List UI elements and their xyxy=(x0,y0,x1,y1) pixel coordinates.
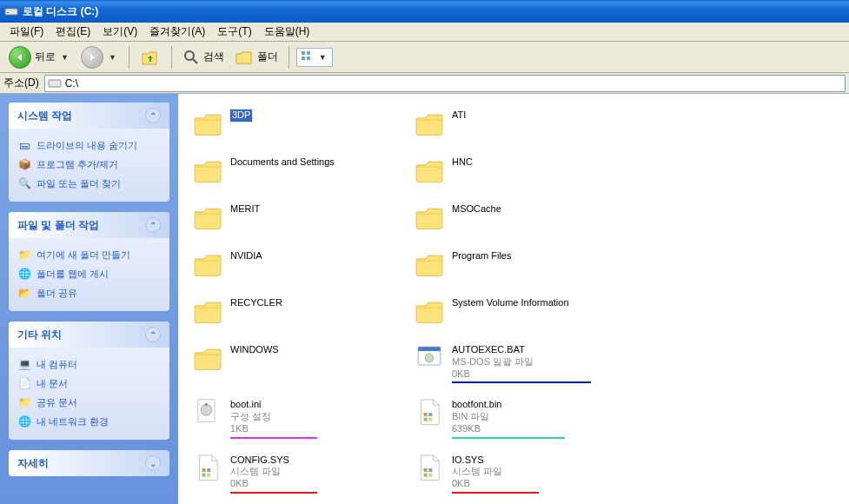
folder-icon xyxy=(190,341,225,375)
place-network[interactable]: 🌐내 네트워크 환경 xyxy=(17,412,161,431)
task-share[interactable]: 📂폴더 공유 xyxy=(17,283,161,302)
item-name: RECYCLER xyxy=(230,297,401,309)
folder-item[interactable]: ATI xyxy=(407,103,628,144)
item-type: 시스템 파일 xyxy=(230,466,401,478)
menu-tools[interactable]: 도구(T) xyxy=(211,23,257,41)
place-my-computer[interactable]: 💻내 컴퓨터 xyxy=(17,355,161,374)
task-new-folder[interactable]: 📁여기에 새 폴더 만들기 xyxy=(17,245,161,264)
task-label: 여기에 새 폴더 만들기 xyxy=(36,249,130,262)
search-button[interactable]: 검색 xyxy=(179,47,228,68)
svg-rect-26 xyxy=(428,473,432,476)
svg-rect-4 xyxy=(302,51,305,55)
folder-item[interactable]: NVIDIA xyxy=(185,243,407,285)
drive-icon xyxy=(4,4,18,18)
item-name: System Volume Information xyxy=(452,297,623,309)
item-size: 0KB xyxy=(452,368,623,381)
menu-fav[interactable]: 즐겨찾기(A) xyxy=(143,23,211,41)
menu-view[interactable]: 보기(V) xyxy=(96,23,143,41)
folder-icon xyxy=(412,294,447,328)
forward-icon xyxy=(81,46,103,69)
address-input[interactable]: C:\ xyxy=(44,75,846,92)
menu-edit[interactable]: 편집(E) xyxy=(50,23,96,41)
share-icon: 📂 xyxy=(17,286,31,300)
svg-line-3 xyxy=(193,59,197,63)
folder-item[interactable]: 3DP xyxy=(185,103,407,144)
item-name: MSOCache xyxy=(452,203,623,216)
up-button[interactable] xyxy=(136,45,164,70)
item-name: ATI xyxy=(452,109,623,122)
place-label: 공유 문서 xyxy=(36,396,77,409)
item-name: Documents and Settings xyxy=(230,156,401,169)
svg-rect-21 xyxy=(202,473,206,476)
menu-file[interactable]: 파일(F) xyxy=(3,23,50,41)
computer-icon: 💻 xyxy=(17,357,31,371)
panel-header[interactable]: 기타 위치 ⌃ xyxy=(9,322,169,348)
svg-rect-6 xyxy=(302,56,305,60)
file-item[interactable]: CONFIG.SYS시스템 파일0KB xyxy=(185,448,407,497)
folder-item[interactable]: WINDOWS xyxy=(185,337,407,387)
separator xyxy=(129,46,129,69)
svg-rect-10 xyxy=(418,347,441,351)
folder-icon xyxy=(412,106,447,141)
view-button[interactable]: ▼ xyxy=(296,48,333,67)
svg-rect-1 xyxy=(7,12,9,13)
file-list[interactable]: 3DPATIDocuments and SettingsHNCMERITMSOC… xyxy=(178,94,849,504)
item-name: 3DP xyxy=(230,109,401,122)
menu-help[interactable]: 도움말(H) xyxy=(258,23,316,41)
drive-icon: 🖴 xyxy=(17,138,31,152)
item-type: MS-DOS 일괄 파일 xyxy=(452,356,623,368)
chevron-down-icon: ▼ xyxy=(107,53,118,62)
folder-item[interactable]: RECYCLER xyxy=(185,290,407,332)
item-name: boot.ini xyxy=(230,399,401,411)
address-label: 주소(D) xyxy=(3,76,39,90)
place-my-documents[interactable]: 📄내 문서 xyxy=(17,374,161,393)
file-item[interactable]: bootfont.binBIN 파일639KB xyxy=(407,392,628,441)
forward-button[interactable]: ▼ xyxy=(77,44,122,70)
folder-icon xyxy=(190,200,225,235)
task-hide-drive[interactable]: 🖴드라이브의 내용 숨기기 xyxy=(17,136,161,155)
globe-icon: 🌐 xyxy=(17,267,31,281)
svg-rect-17 xyxy=(424,418,428,421)
folder-item[interactable]: MSOCache xyxy=(407,196,628,238)
folder-item[interactable]: Documents and Settings xyxy=(185,149,407,191)
folder-icon xyxy=(190,153,225,188)
task-add-remove[interactable]: 📦프로그램 추가/제거 xyxy=(17,155,161,174)
folder-item[interactable]: HNC xyxy=(407,149,628,191)
collapse-icon: ⌃ xyxy=(145,327,161,342)
item-size: 0KB xyxy=(230,478,401,490)
item-name: MERIT xyxy=(230,203,401,216)
item-size: 1KB xyxy=(230,423,401,435)
svg-rect-8 xyxy=(49,80,61,87)
folder-item[interactable]: Program Files xyxy=(407,243,628,285)
expand-icon: ⌄ xyxy=(145,455,161,471)
item-name: bootfont.bin xyxy=(452,399,623,411)
annotation-underline xyxy=(230,492,317,494)
svg-rect-24 xyxy=(428,468,432,472)
task-publish[interactable]: 🌐폴더를 웹에 게시 xyxy=(17,264,161,283)
svg-rect-7 xyxy=(307,56,310,60)
file-item[interactable]: IO.SYS시스템 파일0KB xyxy=(407,448,628,497)
panel-header[interactable]: 시스템 작업 ⌃ xyxy=(9,103,169,129)
svg-point-11 xyxy=(425,354,434,362)
svg-rect-14 xyxy=(205,403,208,406)
panel-header[interactable]: 자세히 ⌄ xyxy=(9,450,169,476)
task-search[interactable]: 🔍파일 또는 폴더 찾기 xyxy=(17,174,161,193)
folders-button[interactable]: 폴더 xyxy=(231,47,282,68)
svg-rect-23 xyxy=(424,468,428,472)
folder-item[interactable]: MERIT xyxy=(185,196,407,238)
back-button[interactable]: 뒤로 ▼ xyxy=(5,44,74,70)
search-label: 검색 xyxy=(203,50,224,64)
file-item[interactable]: boot.ini구성 설정1KB xyxy=(185,392,407,441)
svg-point-2 xyxy=(185,51,194,60)
folder-item[interactable]: System Volume Information xyxy=(407,290,628,332)
place-shared-docs[interactable]: 📁공유 문서 xyxy=(17,393,161,412)
svg-rect-16 xyxy=(428,413,432,416)
file-item[interactable]: AUTOEXEC.BATMS-DOS 일괄 파일0KB xyxy=(407,337,628,387)
svg-rect-5 xyxy=(307,51,310,55)
folder-icon: 📁 xyxy=(17,395,31,409)
svg-rect-18 xyxy=(428,418,432,421)
panel-header[interactable]: 파일 및 폴더 작업 ⌃ xyxy=(9,212,169,238)
panel-title: 기타 위치 xyxy=(17,328,62,342)
tasks-sidebar: 시스템 작업 ⌃ 🖴드라이브의 내용 숨기기 📦프로그램 추가/제거 🔍파일 또… xyxy=(0,94,178,504)
item-size: 639KB xyxy=(452,423,623,435)
